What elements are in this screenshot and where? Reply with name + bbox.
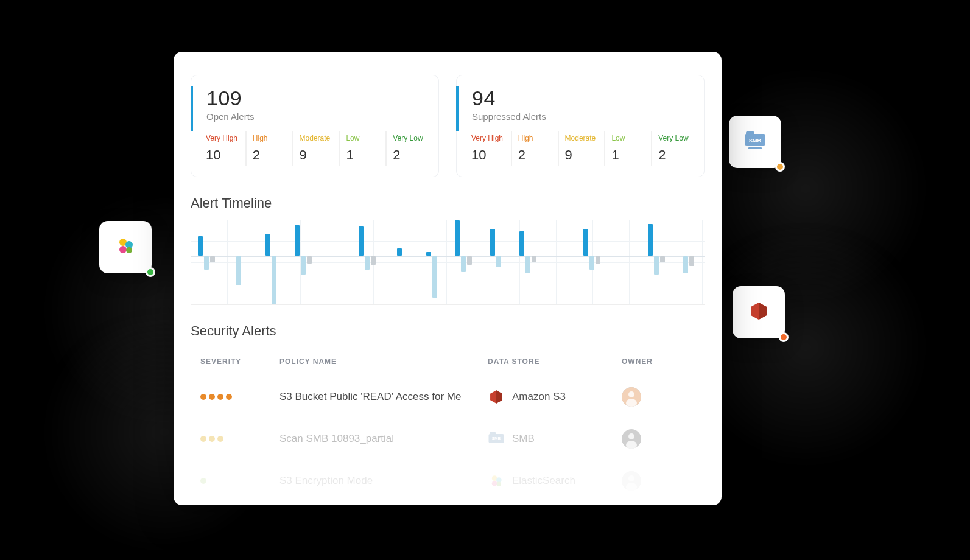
severity-label: Very Low	[393, 134, 426, 142]
severity-dot	[209, 436, 215, 442]
data-store-cell: Amazon S3	[488, 388, 622, 405]
severity-count: 9	[565, 147, 599, 163]
severity-count: 1	[346, 147, 379, 163]
svg-marker-9	[759, 303, 767, 320]
data-store-name: ElasticSearch	[512, 475, 575, 487]
severity-very-high[interactable]: Very High10	[197, 131, 245, 166]
bar-suppressed-b	[689, 256, 694, 266]
data-store-name: SMB	[512, 433, 535, 445]
smb-icon: SMB	[743, 131, 767, 152]
severity-dot	[217, 394, 223, 400]
table-row[interactable]: S3 Encryption ModeElasticSearch	[191, 460, 705, 502]
status-dot	[779, 332, 789, 342]
severity-high[interactable]: High2	[511, 131, 558, 166]
svg-point-2	[119, 246, 127, 253]
policy-name: Scan SMB 10893_partial	[279, 433, 488, 445]
severity-label: Moderate	[565, 134, 599, 142]
bar-suppressed-a	[589, 256, 594, 270]
bar-open	[295, 225, 300, 256]
severity-count: 1	[611, 147, 645, 163]
severity-dot	[200, 478, 206, 484]
bar-suppressed-b	[467, 256, 472, 265]
data-store-name: Amazon S3	[512, 391, 566, 403]
owner-avatar[interactable]	[622, 429, 641, 449]
severity-count: 2	[658, 147, 692, 163]
svg-point-26	[628, 475, 634, 481]
security-alerts-table: SEVERITY POLICY NAME DATA STORE OWNER S3…	[174, 348, 722, 505]
timeline-tick	[191, 220, 223, 304]
suppressed-alerts-count: 94	[472, 86, 691, 110]
status-dot	[146, 267, 155, 277]
bar-open	[426, 252, 431, 256]
timeline-tick	[415, 220, 448, 304]
severity-dots	[200, 436, 279, 442]
severity-dot	[200, 436, 206, 442]
bar-open	[519, 231, 524, 256]
open-alerts-count: 109	[206, 86, 425, 110]
severity-label: High	[253, 134, 286, 142]
suppressed-alerts-card[interactable]: 94 Suppressed Alerts Very High10High2Mod…	[456, 75, 705, 177]
bar-suppressed-a	[432, 256, 437, 298]
bar-suppressed-b	[210, 256, 215, 262]
severity-very-high[interactable]: Very High10	[463, 131, 511, 166]
bar-suppressed-a	[496, 256, 501, 267]
severity-label: Moderate	[300, 134, 333, 142]
table-row[interactable]: S3 Bucket Public 'READ' Access for MeAma…	[191, 376, 705, 418]
timeline-tick	[480, 220, 512, 304]
col-data-store[interactable]: DATA STORE	[488, 357, 622, 366]
data-store-cell: ElasticSearch	[488, 472, 622, 489]
timeline-tick	[672, 220, 705, 304]
col-severity[interactable]: SEVERITY	[200, 357, 279, 366]
smb-icon: SMB	[488, 430, 505, 447]
severity-count: 2	[518, 147, 552, 163]
timeline-tick	[384, 220, 416, 304]
integration-tile-smb: SMB	[729, 116, 781, 168]
severity-very-low[interactable]: Very Low2	[651, 131, 698, 166]
severity-count: 10	[206, 147, 239, 163]
timeline-title: Alert Timeline	[174, 177, 722, 220]
severity-label: Low	[346, 134, 379, 142]
severity-count: 2	[253, 147, 286, 163]
severity-label: High	[518, 134, 552, 142]
owner-avatar[interactable]	[622, 387, 641, 407]
severity-high[interactable]: High2	[245, 131, 292, 166]
severity-dots	[200, 478, 279, 484]
owner-avatar[interactable]	[622, 471, 641, 491]
timeline-tick	[255, 220, 287, 304]
severity-low[interactable]: Low1	[339, 131, 385, 166]
svg-marker-11	[496, 390, 502, 403]
table-header-row: SEVERITY POLICY NAME DATA STORE OWNER	[191, 348, 705, 376]
bar-suppressed-a	[236, 256, 241, 285]
alert-timeline-chart	[191, 220, 705, 305]
open-alerts-card[interactable]: 109 Open Alerts Very High10High2Moderate…	[191, 75, 439, 177]
severity-count: 9	[300, 147, 333, 163]
integration-tile-elastic	[99, 221, 152, 273]
severity-label: Very High	[471, 134, 505, 142]
timeline-tick	[576, 220, 608, 304]
integration-tile-s3	[733, 286, 785, 338]
timeline-tick	[512, 220, 544, 304]
bar-suppressed-a	[525, 256, 530, 273]
table-row[interactable]: Scan SMB 10893_partialSMBSMB	[191, 418, 705, 460]
status-dot	[775, 162, 785, 172]
bar-suppressed-b	[532, 256, 536, 262]
severity-moderate[interactable]: Moderate9	[292, 131, 339, 166]
svg-rect-16	[490, 432, 496, 435]
severity-very-low[interactable]: Very Low2	[385, 131, 432, 166]
svg-text:SMB: SMB	[492, 436, 501, 441]
col-policy-name[interactable]: POLICY NAME	[279, 357, 488, 366]
bar-open	[648, 224, 653, 256]
svg-point-3	[126, 247, 132, 253]
bar-suppressed-a	[365, 256, 370, 270]
chart-bars	[191, 220, 705, 304]
severity-low[interactable]: Low1	[604, 131, 651, 166]
timeline-tick	[544, 220, 576, 304]
svg-rect-5	[746, 131, 754, 135]
policy-name: S3 Bucket Public 'READ' Access for Me	[279, 391, 488, 403]
col-owner[interactable]: OWNER	[622, 357, 695, 366]
bar-open	[490, 229, 495, 256]
aws-s3-icon	[748, 301, 769, 324]
severity-count: 2	[393, 147, 426, 163]
svg-text:SMB: SMB	[749, 138, 762, 144]
severity-moderate[interactable]: Moderate9	[558, 131, 605, 166]
